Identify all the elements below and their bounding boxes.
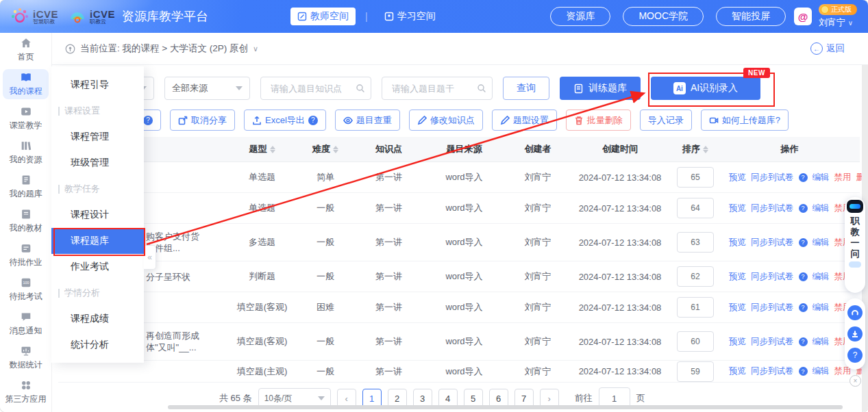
order-input[interactable] xyxy=(677,266,714,287)
order-input[interactable] xyxy=(677,232,714,253)
preview-link[interactable]: 预览 xyxy=(729,172,746,183)
mooc-academy-button[interactable]: MOOC学院 xyxy=(623,7,704,26)
help-icon[interactable]: ? xyxy=(799,337,808,346)
sync-link[interactable]: 同步到试卷 xyxy=(751,302,794,313)
horizontal-scrollbar[interactable] xyxy=(168,405,843,409)
disable-link[interactable]: 禁用 xyxy=(834,172,852,183)
menu-item-course-design[interactable]: 课程设计 xyxy=(51,202,144,228)
help-icon[interactable]: ? xyxy=(799,367,808,376)
col-order[interactable]: 排序 xyxy=(671,143,719,155)
sidebar-item-pending-homework[interactable]: 待批作业 xyxy=(0,238,51,272)
edit-link[interactable]: 编辑 xyxy=(813,271,830,283)
sidebar-item-statistics[interactable]: 数据统计 xyxy=(0,341,51,375)
knowledge-point-input[interactable] xyxy=(269,83,347,94)
pencil-icon xyxy=(500,116,510,125)
stem-input[interactable] xyxy=(390,83,469,94)
sidebar-item-my-question-bank[interactable]: 我的题库 xyxy=(0,170,51,204)
cancel-share-button[interactable]: 取消分享 xyxy=(170,110,235,131)
chevron-down-icon[interactable]: ∨ xyxy=(253,44,258,53)
help-icon[interactable]: ? xyxy=(799,204,808,213)
assistant-widget[interactable]: 职教一问 xyxy=(845,197,865,293)
menu-item-class-management[interactable]: 班级管理 xyxy=(51,150,144,176)
sync-link[interactable]: 同步到试卷 xyxy=(751,271,794,283)
sidebar-item-my-resources[interactable]: 我的资源 xyxy=(0,136,51,170)
sync-link[interactable]: 同步到试卷 xyxy=(751,203,794,214)
order-input[interactable] xyxy=(677,331,714,352)
menu-item-course-grades[interactable]: 课程成绩 xyxy=(51,306,144,332)
sidebar-item-third-party-apps[interactable]: 第三方应用 xyxy=(0,375,51,409)
back-button[interactable]: ← 返回 xyxy=(810,42,845,55)
sync-link[interactable]: 同步到试卷 xyxy=(751,237,794,248)
col-difficulty[interactable]: 难度 xyxy=(295,143,356,155)
excel-export-button[interactable]: Excel导出? xyxy=(244,110,326,131)
sidebar-item-my-textbooks[interactable]: 我的教材 xyxy=(0,204,51,238)
help-icon[interactable]: ? xyxy=(799,238,808,247)
sidebar-item-pending-exams[interactable]: 100 待批考试 xyxy=(0,272,51,307)
knowledge-point-search[interactable] xyxy=(260,77,371,100)
close-icon[interactable]: × xyxy=(850,375,861,387)
sync-link[interactable]: 同步到试卷 xyxy=(751,336,794,348)
share-cancel-icon xyxy=(178,116,188,125)
preview-link[interactable]: 预览 xyxy=(729,271,746,283)
preview-link[interactable]: 预览 xyxy=(729,237,746,248)
panel-collapse-handle[interactable]: « xyxy=(144,245,156,270)
help-icon[interactable]: ? xyxy=(799,173,808,182)
preview-link[interactable]: 预览 xyxy=(729,203,746,214)
sync-link[interactable]: 同步到试卷 xyxy=(751,365,794,377)
download-button[interactable] xyxy=(847,326,863,342)
help-icon[interactable]: ? xyxy=(308,116,318,125)
edit-link[interactable]: 编辑 xyxy=(813,172,830,183)
col-type[interactable]: 题型 xyxy=(230,143,295,155)
help-icon[interactable]: ? xyxy=(799,272,808,281)
import-log-button[interactable]: 导入记录 xyxy=(640,110,692,131)
type-setting-button[interactable]: 题型设置 xyxy=(492,110,557,131)
train-bank-button[interactable]: 训练题库 xyxy=(560,77,641,100)
how-to-upload-button[interactable]: 如何上传题库? xyxy=(701,110,789,131)
knowledge-point: 第一讲 xyxy=(356,171,421,183)
dup-check-button[interactable]: 题目查重 xyxy=(335,110,400,131)
ai-import-button[interactable]: Ai AI识别录入 xyxy=(651,77,760,100)
menu-section-learning-analysis: 学情分析 xyxy=(51,280,144,306)
sort-icon[interactable] xyxy=(270,146,275,153)
order-input[interactable] xyxy=(677,198,714,218)
search-button[interactable]: 查询 xyxy=(503,77,549,100)
menu-item-course-management[interactable]: 课程管理 xyxy=(51,124,144,150)
app-logo-icon[interactable]: @ xyxy=(794,8,812,25)
order-input[interactable] xyxy=(677,361,714,382)
help-button[interactable]: ? xyxy=(847,348,863,363)
student-space-tab[interactable]: 学习空间 xyxy=(377,8,443,25)
menu-item-statistical-analysis[interactable]: 统计分析 xyxy=(51,332,144,358)
edit-knowledge-button[interactable]: 修改知识点 xyxy=(409,110,483,131)
sync-link[interactable]: 同步到试卷 xyxy=(751,172,794,183)
resource-library-button[interactable]: 资源库 xyxy=(550,7,610,26)
sidebar-item-home[interactable]: 首页 xyxy=(0,33,51,67)
help-icon[interactable]: ? xyxy=(799,303,808,312)
sort-icon[interactable] xyxy=(333,146,338,153)
edit-link[interactable]: 编辑 xyxy=(813,365,830,377)
sidebar-item-my-courses[interactable]: 我的课程 xyxy=(0,67,51,101)
order-input[interactable] xyxy=(677,167,714,188)
user-menu[interactable]: 正式版 刘宵宁 ∨ xyxy=(819,4,857,29)
edit-link[interactable]: 编辑 xyxy=(813,336,830,348)
preview-link[interactable]: 预览 xyxy=(729,336,746,348)
smart-casting-button[interactable]: 智能投屏 xyxy=(716,7,786,26)
teacher-space-tab[interactable]: 教师空间 xyxy=(290,8,356,25)
order-input[interactable] xyxy=(677,297,714,318)
sidebar-item-label: 课堂教学 xyxy=(10,120,42,131)
edit-link[interactable]: 编辑 xyxy=(813,237,830,248)
sidebar-item-classroom[interactable]: 课堂教学 xyxy=(0,101,51,136)
edit-link[interactable]: 编辑 xyxy=(813,302,830,313)
customer-service-button[interactable] xyxy=(847,305,863,320)
source-dropdown[interactable]: 全部来源 xyxy=(164,77,250,100)
sort-icon[interactable] xyxy=(703,146,708,153)
batch-delete-button[interactable]: 批量删除 xyxy=(566,110,631,131)
stem-search[interactable] xyxy=(382,77,493,100)
menu-item-course-guide[interactable]: 课程引导 xyxy=(51,72,144,98)
menu-item-homework-exam[interactable]: 作业考试 xyxy=(51,254,144,280)
preview-link[interactable]: 预览 xyxy=(729,302,746,313)
preview-link[interactable]: 预览 xyxy=(729,365,746,377)
sidebar-item-notifications[interactable]: 消息通知 xyxy=(0,307,51,341)
edit-link[interactable]: 编辑 xyxy=(813,203,830,214)
help-icon[interactable]: ? xyxy=(143,116,153,125)
menu-item-course-question-bank[interactable]: 课程题库 xyxy=(51,228,144,254)
